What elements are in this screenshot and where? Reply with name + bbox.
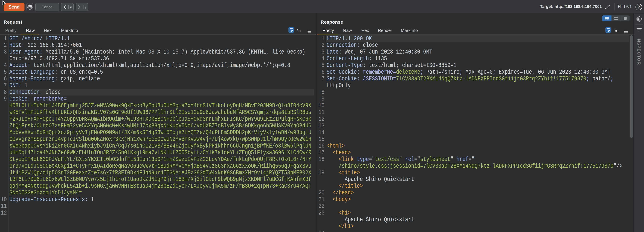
svg-text:?: ? xyxy=(638,5,640,9)
